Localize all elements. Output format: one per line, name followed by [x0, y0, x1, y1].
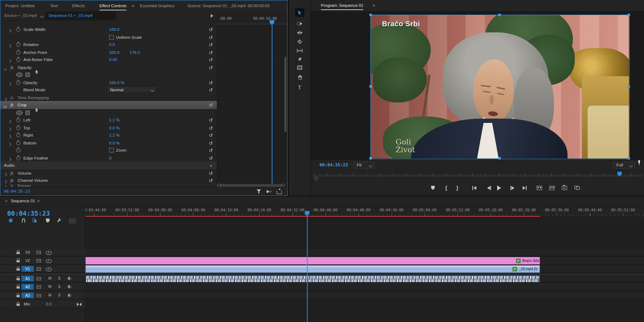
param-value[interactable]: 0.0 [109, 42, 115, 47]
stopwatch-icon[interactable] [16, 50, 20, 55]
tab-essential-graphics[interactable]: Essential Graphics [140, 0, 174, 11]
clip-video-03mp4[interactable]: fx _03.mp4 [V [85, 265, 540, 273]
lift-button[interactable] [535, 184, 543, 191]
reset-icon[interactable]: ↺ [209, 65, 213, 70]
source-patch-icon[interactable] [37, 285, 41, 289]
reset-icon[interactable]: ↺ [209, 35, 213, 40]
reset-icon[interactable]: ↺ [209, 50, 213, 55]
nest-sequences-toggle[interactable] [8, 218, 13, 223]
stopwatch-icon[interactable] [16, 80, 20, 85]
stopwatch-icon[interactable] [16, 126, 20, 130]
stopwatch-icon[interactable] [16, 42, 20, 47]
chevron-down-icon[interactable] [40, 14, 44, 18]
chevron-right-icon[interactable] [4, 180, 7, 183]
blend-mode-dropdown[interactable]: Normal [107, 86, 157, 93]
effect-header-time-remapping[interactable]: fx Time Remapping [0, 94, 217, 101]
vertical-scrollbar[interactable] [284, 57, 286, 132]
tab-sequence[interactable]: Sequence 01 [11, 199, 35, 203]
export-frame-button[interactable] [560, 184, 568, 191]
panel-menu-icon[interactable]: ≡ [373, 0, 375, 11]
selection-tool[interactable] [295, 8, 304, 17]
timeline-timecode[interactable]: 00:04:35:23 [7, 210, 50, 217]
source-patch-icon[interactable] [37, 251, 41, 254]
ripple-edit-tool[interactable] [295, 28, 304, 37]
stopwatch-icon[interactable] [16, 118, 20, 122]
track-lane-a3[interactable] [85, 292, 644, 299]
stopwatch-icon[interactable] [16, 141, 20, 145]
mute-button[interactable]: M [47, 276, 52, 281]
show-keyframes-arrow-icon[interactable] [211, 14, 213, 18]
param-value-x[interactable]: 320.0 [109, 50, 120, 55]
track-target-v1[interactable]: V1 [22, 266, 34, 272]
add-marker-icon[interactable] [46, 218, 50, 223]
clip-graphic-braco-srbi[interactable]: fx Braćo Srbi [85, 257, 540, 264]
bowtie-keyframe-icon[interactable] [77, 303, 79, 306]
program-timecode[interactable]: 00:04:35:23 [319, 162, 348, 167]
panel-menu-icon[interactable]: ≡ [37, 199, 40, 203]
param-value[interactable]: 1.1 % [109, 118, 120, 122]
effect-header-volume[interactable]: fx Volume ↺ [0, 169, 217, 177]
reset-icon[interactable]: ↺ [209, 156, 213, 160]
tab-program[interactable]: Program: Sequence 01 [321, 0, 363, 11]
tab-effect-controls[interactable]: Effect Controls [99, 0, 126, 11]
lock-icon[interactable] [17, 278, 20, 280]
rect-mask-icon[interactable] [25, 73, 30, 77]
reset-icon[interactable]: ↺ [209, 148, 213, 152]
sequence-clip-tab[interactable]: Sequence 01 • _03.mp4 [46, 12, 116, 20]
go-to-in-button[interactable] [470, 184, 478, 191]
source-patch-icon[interactable] [37, 259, 41, 262]
rectangle-tool[interactable] [295, 63, 304, 72]
chevron-right-icon[interactable] [8, 142, 11, 146]
panel-menu-icon[interactable]: ≡ [132, 0, 134, 11]
add-marker-button[interactable] [429, 184, 437, 191]
chevron-right-icon[interactable] [8, 44, 11, 47]
reset-icon[interactable]: ↺ [209, 125, 213, 130]
track-target-a2[interactable]: A2 [22, 284, 34, 290]
razor-tool[interactable] [295, 37, 304, 46]
export-icon[interactable] [277, 190, 282, 194]
stopwatch-icon[interactable] [16, 133, 20, 137]
effect-mini-ruler[interactable]: :00:00 00:04:16:00 [217, 12, 288, 26]
param-value[interactable]: 100.0 [109, 27, 120, 32]
chevron-down-icon[interactable] [4, 67, 7, 70]
param-value[interactable]: 0.0 % [109, 126, 120, 130]
solo-button[interactable]: S [57, 293, 62, 298]
close-icon[interactable]: × [5, 199, 8, 204]
collapse-icon[interactable]: ▲ [210, 164, 213, 167]
audio-section-header[interactable]: Audio ▲ [0, 161, 217, 169]
reset-icon[interactable]: ↺ [209, 80, 213, 85]
timeline-settings-wrench-icon[interactable] [57, 218, 62, 223]
filter-properties-icon[interactable] [257, 189, 261, 193]
track-target-v3[interactable]: V3 [22, 249, 34, 255]
chevron-right-icon[interactable] [4, 97, 7, 101]
lock-icon[interactable] [17, 252, 20, 254]
track-select-forward-tool[interactable] [295, 19, 304, 28]
reset-icon[interactable]: ↺ [209, 57, 213, 62]
snap-toggle[interactable] [22, 218, 25, 222]
lock-icon[interactable] [17, 304, 20, 306]
slip-tool[interactable] [295, 46, 304, 55]
video-frame[interactable]: Braćo Srbi Goli Život [371, 15, 629, 158]
chevron-right-icon[interactable] [4, 172, 7, 176]
track-output-eye-icon[interactable] [46, 251, 52, 255]
effect-header-channel-volume[interactable]: fx Channel Volume ↺ [0, 176, 217, 184]
reset-icon[interactable]: ↺ [209, 171, 213, 175]
mix-gain-value[interactable]: 0.0 [46, 302, 52, 306]
track-target-a3[interactable]: A3 [22, 293, 34, 298]
pen-mask-icon[interactable] [34, 70, 39, 75]
stopwatch-icon[interactable] [16, 148, 20, 152]
mark-out-button[interactable]: } [453, 184, 461, 191]
stopwatch-icon[interactable] [16, 156, 20, 160]
effect-panel-timecode[interactable]: 00:04:35:23 [4, 189, 30, 194]
play-button[interactable] [495, 184, 503, 191]
track-output-eye-icon[interactable] [46, 259, 52, 263]
timeline-playhead-line[interactable] [307, 216, 308, 322]
clip-audio-03mp4[interactable] [85, 275, 540, 282]
ellipse-mask-icon[interactable] [16, 72, 23, 77]
chevron-right-icon[interactable] [8, 134, 11, 138]
param-value[interactable]: 0.00 [109, 58, 117, 62]
voiceover-mic-icon[interactable] [68, 277, 70, 280]
chevron-right-icon[interactable] [8, 59, 11, 63]
rect-mask-icon[interactable] [25, 111, 30, 115]
param-value[interactable]: 100.0 % [109, 80, 124, 85]
